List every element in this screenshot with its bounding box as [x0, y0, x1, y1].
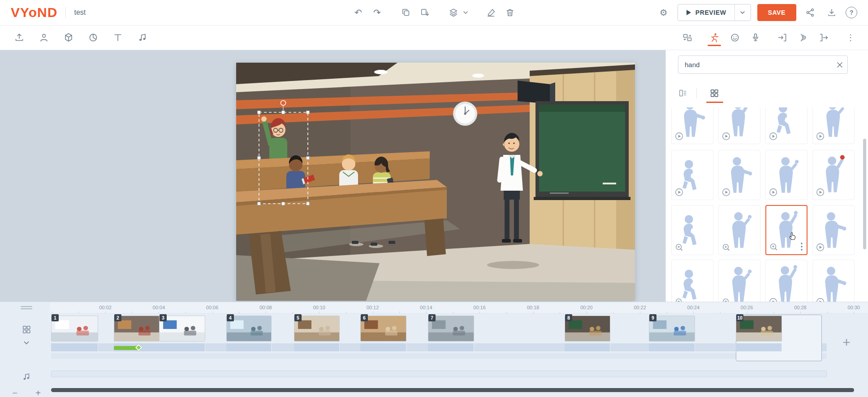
scene-progress-bar[interactable]: [114, 346, 139, 350]
scene-effect-segment[interactable]: [294, 343, 340, 351]
character-icon[interactable]: [36, 30, 52, 45]
audio-icon[interactable]: [135, 30, 150, 45]
scene-effect-segment[interactable]: [360, 343, 406, 351]
play-preview-icon[interactable]: [722, 132, 730, 141]
search-box[interactable]: [678, 55, 848, 74]
play-preview-icon[interactable]: [769, 132, 777, 141]
zoom-preview-icon[interactable]: [722, 298, 730, 302]
panel-scrollbar[interactable]: [863, 139, 866, 249]
paste-icon[interactable]: [417, 5, 432, 20]
add-scene-button[interactable]: +: [838, 333, 855, 351]
scene-effect-segment[interactable]: [159, 343, 205, 351]
action-thumbnail[interactable]: [765, 107, 808, 144]
share-icon[interactable]: [803, 5, 818, 20]
timeline-scrollbar[interactable]: [51, 388, 854, 392]
play-preview-icon[interactable]: [675, 188, 683, 196]
scene-thumbnail[interactable]: 5: [294, 316, 340, 342]
prop-icon[interactable]: [61, 30, 76, 45]
action-thumbnail[interactable]: [765, 150, 808, 200]
action-thumbnail[interactable]: [812, 107, 855, 144]
action-thumbnail[interactable]: [765, 205, 808, 255]
motion-track[interactable]: [51, 353, 827, 359]
scene-thumbnail[interactable]: 6: [360, 316, 406, 342]
scene-effect-segment[interactable]: [51, 343, 98, 351]
action-thumbnail[interactable]: [812, 260, 855, 302]
grid-view-toggle[interactable]: [705, 85, 723, 101]
vyond-logo[interactable]: VYoND: [11, 5, 57, 20]
upload-icon[interactable]: [12, 30, 27, 45]
scene-thumbnail[interactable]: 2: [114, 316, 160, 342]
scene-effect-segment[interactable]: [736, 343, 782, 351]
scene-effect-segment[interactable]: [428, 343, 474, 351]
layer-order-icon[interactable]: [446, 5, 461, 20]
zoom-preview-icon[interactable]: [769, 243, 778, 251]
timeline-ruler[interactable]: 00:0200:0400:0600:0800:1000:1200:1400:16…: [50, 302, 868, 314]
scene-thumbnail[interactable]: 8: [565, 316, 610, 342]
download-icon[interactable]: [824, 5, 839, 20]
delete-icon[interactable]: [502, 5, 518, 20]
action-thumbnail[interactable]: [718, 205, 760, 255]
scene-thumbnail[interactable]: 4: [226, 316, 272, 342]
action-thumbnail[interactable]: [671, 205, 713, 255]
timeline-resize-handle[interactable]: [21, 305, 32, 311]
exit-effect-icon[interactable]: [816, 30, 831, 45]
collapse-chevron-icon[interactable]: [19, 336, 34, 350]
stage-canvas[interactable]: [0, 50, 665, 302]
item-menu-icon[interactable]: [799, 241, 805, 252]
action-tab-icon[interactable]: [707, 30, 722, 45]
scenes-view-icon[interactable]: [19, 323, 34, 336]
action-thumbnail[interactable]: [718, 107, 760, 144]
motion-path-icon[interactable]: [795, 30, 811, 45]
action-thumbnail[interactable]: [812, 205, 855, 255]
help-icon[interactable]: ?: [846, 7, 857, 18]
redo-icon[interactable]: ↷: [370, 5, 385, 20]
play-preview-icon[interactable]: [769, 188, 777, 196]
expression-icon[interactable]: [727, 30, 743, 45]
zoom-preview-icon[interactable]: [675, 298, 683, 302]
scene-thumbnail[interactable]: 1: [51, 316, 98, 342]
save-button[interactable]: SAVE: [757, 4, 797, 21]
action-thumbnail[interactable]: [671, 260, 713, 302]
zoom-in-button[interactable]: +: [30, 386, 46, 397]
more-options-icon[interactable]: ⋮: [843, 30, 858, 45]
copy-icon[interactable]: [398, 5, 414, 20]
action-thumbnail[interactable]: [765, 260, 808, 302]
zoom-out-button[interactable]: −: [7, 386, 22, 397]
scene-thumbnail[interactable]: 9: [649, 316, 695, 342]
play-preview-icon[interactable]: [675, 132, 683, 141]
play-preview-icon[interactable]: [769, 298, 777, 302]
search-input[interactable]: [678, 61, 832, 68]
scene-thumbnail[interactable]: 10: [736, 316, 782, 342]
project-title[interactable]: test: [74, 9, 86, 17]
play-preview-icon[interactable]: [816, 188, 825, 196]
clear-style-icon[interactable]: [484, 5, 499, 20]
play-preview-icon[interactable]: [816, 298, 825, 302]
action-thumbnail[interactable]: [812, 150, 855, 200]
zoom-preview-icon[interactable]: [722, 243, 730, 252]
action-thumbnail[interactable]: [718, 260, 760, 302]
list-view-toggle[interactable]: [674, 85, 692, 101]
action-thumbnail[interactable]: [671, 150, 713, 200]
scene-effect-segment[interactable]: [226, 343, 272, 351]
audio-track-strip[interactable]: [51, 371, 827, 377]
chevron-down-icon[interactable]: [461, 5, 470, 20]
chart-icon[interactable]: [86, 30, 101, 45]
zoom-preview-icon[interactable]: [675, 243, 683, 252]
scene-thumbnail[interactable]: 7: [428, 316, 474, 342]
play-preview-icon[interactable]: [816, 132, 825, 141]
scene-effect-segment[interactable]: [565, 343, 610, 351]
enter-effect-icon[interactable]: [775, 30, 790, 45]
play-preview-icon[interactable]: [816, 243, 825, 252]
preview-button[interactable]: PREVIEW: [678, 4, 751, 21]
lipsync-mic-icon[interactable]: [748, 30, 763, 45]
action-thumbnail[interactable]: [671, 107, 713, 144]
clear-search-icon[interactable]: [832, 56, 847, 73]
settings-gear-icon[interactable]: ⚙: [656, 5, 671, 20]
text-icon[interactable]: [110, 30, 125, 45]
play-preview-icon[interactable]: [722, 188, 730, 196]
action-thumbnail[interactable]: [718, 150, 760, 200]
classroom-scene[interactable]: [236, 63, 635, 301]
scene-thumbnail[interactable]: 3: [159, 316, 205, 342]
preview-options-button[interactable]: [734, 4, 751, 21]
swap-character-icon[interactable]: [680, 30, 695, 45]
